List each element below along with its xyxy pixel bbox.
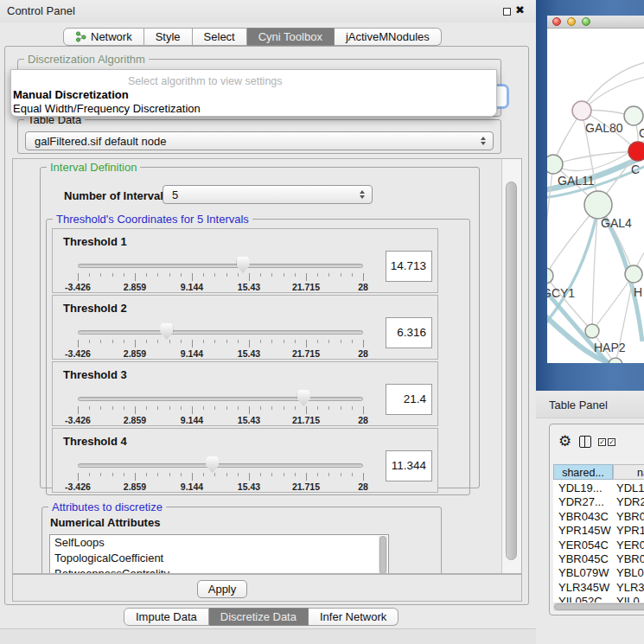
table-row[interactable]: YDR27...YDR2 bbox=[553, 495, 644, 509]
threshold-row: Threshold 2-3.4262.8599.14415.4321.71528… bbox=[52, 295, 438, 360]
network-node-gal80[interactable] bbox=[572, 101, 591, 120]
table-cell-name: YBR0 bbox=[616, 510, 644, 524]
slider-track[interactable] bbox=[78, 264, 363, 268]
table-cell-shared-name: YDL19... bbox=[558, 481, 612, 495]
threshold-value-field[interactable]: 21.4 bbox=[386, 384, 432, 415]
mode-tab-label: Impute Data bbox=[136, 609, 197, 626]
network-node-hap2[interactable] bbox=[585, 324, 599, 338]
mode-tab-discretize-data[interactable]: Discretize Data bbox=[209, 608, 309, 626]
slider-major-tick bbox=[192, 473, 193, 481]
tick-label: -3.426 bbox=[65, 282, 91, 292]
settings-viewport: Interval Definition Number of Intervals … bbox=[12, 158, 522, 574]
table-row[interactable]: YBR043CYBR0 bbox=[553, 510, 644, 524]
table-row[interactable]: YBR045CYBR0 bbox=[553, 552, 644, 566]
network-canvas[interactable]: GAL80GACGAL11GAL4GCY1HHAP2 bbox=[547, 29, 644, 363]
tab-label: jActiveMNodules bbox=[346, 29, 430, 46]
threshold-slider[interactable]: -3.4262.8599.14415.4321.71528 bbox=[78, 455, 364, 494]
column-header-name[interactable]: na bbox=[613, 464, 644, 480]
popup-option-manual-discretization[interactable]: Manual Discretization bbox=[13, 88, 129, 101]
threshold-slider[interactable]: -3.4262.8599.14415.4321.71528 bbox=[78, 255, 364, 294]
attributes-scrollbar-thumb[interactable] bbox=[379, 536, 386, 574]
attribute-list-item[interactable]: SelfLoops bbox=[50, 535, 388, 551]
threshold-value-field[interactable]: 11.344 bbox=[386, 450, 432, 481]
viewport-scrollbar-thumb[interactable] bbox=[506, 182, 517, 560]
tab-jactivemnodules[interactable]: jActiveMNodules bbox=[335, 28, 442, 46]
table-row[interactable]: YLR345WYLR3 bbox=[553, 581, 644, 595]
network-node-ga[interactable] bbox=[624, 106, 643, 125]
close-icon[interactable]: ✖ bbox=[515, 3, 525, 16]
attributes-scrollbar[interactable] bbox=[379, 536, 387, 574]
slider-minor-ticks bbox=[78, 340, 364, 348]
mode-tab-infer-network[interactable]: Infer Network bbox=[309, 608, 399, 626]
slider-major-tick bbox=[78, 473, 79, 481]
float-window-icon[interactable] bbox=[503, 8, 511, 16]
tick-label: 9.144 bbox=[181, 481, 203, 492]
table-data-value: galFiltered.sif default node bbox=[35, 135, 166, 148]
attribute-list-item[interactable]: TopologicalCoefficient bbox=[50, 551, 388, 566]
slider-major-tick bbox=[363, 273, 364, 281]
network-node-h[interactable] bbox=[625, 265, 642, 283]
zoom-traffic-light-icon[interactable] bbox=[582, 17, 590, 26]
threshold-label: Threshold 3 bbox=[63, 368, 127, 381]
slider-major-tick bbox=[135, 340, 136, 348]
table-cell-shared-name: YIL052C bbox=[558, 595, 612, 603]
slider-track[interactable] bbox=[78, 397, 363, 401]
slider-track[interactable] bbox=[78, 463, 363, 468]
mode-tabs: Impute DataDiscretize DataInfer Network bbox=[124, 608, 399, 626]
mode-tab-impute-data[interactable]: Impute Data bbox=[124, 608, 209, 626]
table-data-combobox[interactable]: galFiltered.sif default node bbox=[25, 131, 494, 150]
threshold-value-field[interactable]: 14.713 bbox=[386, 251, 432, 282]
viewport-scrollbar[interactable] bbox=[501, 159, 521, 573]
combobox-arrows-icon bbox=[481, 137, 486, 145]
gear-icon[interactable]: ⚙ bbox=[558, 432, 571, 450]
attribute-list-item[interactable]: BetweennessCentrality bbox=[50, 566, 388, 574]
column-split-icon[interactable] bbox=[579, 436, 591, 448]
network-node-gcy1[interactable] bbox=[547, 268, 553, 284]
table-row[interactable]: YBL079WYBL0 bbox=[553, 566, 644, 580]
table-panel-titlebar: Table Panel bbox=[536, 391, 644, 418]
slider-thumb[interactable] bbox=[206, 456, 219, 473]
checked-box-icon[interactable]: ✓ bbox=[598, 438, 606, 446]
network-window-frame: GAL80GACGAL11GAL4GCY1HHAP2 bbox=[536, 0, 644, 391]
network-node[interactable] bbox=[609, 358, 622, 363]
minimize-traffic-light-icon[interactable] bbox=[567, 17, 576, 26]
slider-major-tick bbox=[363, 406, 364, 414]
close-traffic-light-icon[interactable] bbox=[552, 17, 561, 26]
slider-track[interactable] bbox=[78, 330, 363, 335]
tick-label: 28 bbox=[358, 348, 368, 359]
table-hscrollbar-thumb[interactable] bbox=[554, 603, 644, 610]
numerical-attributes-list[interactable]: SelfLoopsTopologicalCoefficientBetweenne… bbox=[49, 534, 389, 574]
network-node-gal11[interactable] bbox=[547, 155, 563, 174]
table-row[interactable]: YER054CYER0 bbox=[553, 539, 644, 552]
network-node-label: GA bbox=[639, 126, 644, 140]
network-node-c[interactable] bbox=[628, 142, 644, 161]
threshold-value-field[interactable]: 6.316 bbox=[386, 317, 432, 348]
slider-major-tick bbox=[135, 473, 136, 481]
slider-thumb[interactable] bbox=[237, 257, 250, 273]
table-row[interactable]: YPR145WYPR1 bbox=[553, 524, 644, 538]
tick-label: 9.144 bbox=[181, 415, 203, 425]
table-hscrollbar[interactable] bbox=[553, 603, 644, 611]
slider-thumb[interactable] bbox=[160, 323, 173, 340]
popup-option-equal-width-frequency[interactable]: Equal Width/Frequency Discretization bbox=[13, 102, 201, 115]
network-node-gal4[interactable] bbox=[584, 191, 612, 219]
apply-button[interactable]: Apply bbox=[197, 580, 247, 598]
number-of-intervals-combobox[interactable]: 5 bbox=[163, 185, 373, 204]
tab-cyni-toolbox[interactable]: Cyni Toolbox bbox=[247, 28, 335, 46]
tab-network[interactable]: Network bbox=[63, 28, 144, 46]
table-row[interactable]: YIL052CYIL0 bbox=[553, 595, 644, 603]
slider-thumb[interactable] bbox=[297, 390, 310, 406]
table-cell-name: YER0 bbox=[616, 539, 644, 552]
tick-label: -3.426 bbox=[65, 415, 91, 425]
tick-label: 2.859 bbox=[124, 348, 146, 359]
tab-style[interactable]: Style bbox=[144, 28, 193, 46]
checked-box-icon[interactable]: ✓ bbox=[608, 438, 615, 446]
threshold-slider[interactable]: -3.4262.8599.14415.4321.71528 bbox=[78, 388, 364, 427]
network-node-label: GAL4 bbox=[601, 216, 632, 230]
table-row[interactable]: YDL19...YDL1 bbox=[553, 481, 644, 495]
tick-label: 21.715 bbox=[292, 282, 320, 292]
threshold-slider[interactable]: -3.4262.8599.14415.4321.71528 bbox=[78, 322, 364, 360]
control-panel-title: Control Panel bbox=[7, 4, 75, 17]
column-header-shared[interactable]: shared... bbox=[553, 464, 613, 480]
tab-select[interactable]: Select bbox=[193, 28, 247, 46]
